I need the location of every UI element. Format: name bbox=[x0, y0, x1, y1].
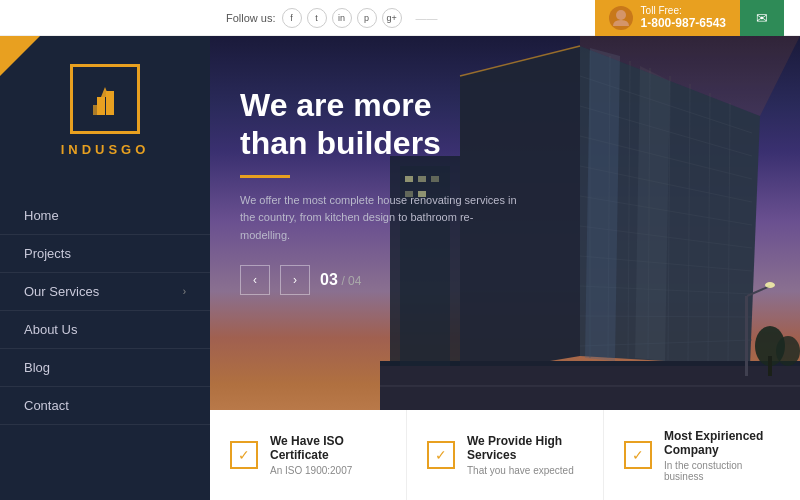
services-feature-title: We Provide High Services bbox=[467, 434, 583, 462]
nav-link-blog[interactable]: Blog bbox=[0, 349, 210, 386]
nav-link-about[interactable]: About Us bbox=[0, 311, 210, 348]
svg-rect-29 bbox=[380, 366, 800, 410]
iso-check-icon: ✓ bbox=[230, 441, 258, 469]
iso-feature-sub: An ISO 1900:2007 bbox=[270, 465, 386, 476]
phone-number: 1-800-987-6543 bbox=[641, 16, 726, 30]
slide-current: 03 bbox=[320, 271, 338, 288]
top-bar: Follow us: f t in p g+ —— Toll Free: 1-8… bbox=[0, 0, 800, 36]
facebook-icon[interactable]: f bbox=[282, 8, 302, 28]
nav-item-contact[interactable]: Contact bbox=[0, 387, 210, 425]
nav-label-blog: Blog bbox=[24, 360, 50, 375]
nav-item-about[interactable]: About Us bbox=[0, 311, 210, 349]
nav-label-projects: Projects bbox=[24, 246, 71, 261]
slide-counter: 03 / 04 bbox=[320, 271, 361, 289]
svg-marker-25 bbox=[585, 48, 620, 361]
nav-item-blog[interactable]: Blog bbox=[0, 349, 210, 387]
svg-point-33 bbox=[765, 282, 775, 288]
nav-link-home[interactable]: Home bbox=[0, 197, 210, 234]
services-check-icon: ✓ bbox=[427, 441, 455, 469]
experienced-feature-sub: In the constuction business bbox=[664, 460, 780, 482]
features-bar: ✓ We Have ISO Certificate An ISO 1900:20… bbox=[210, 410, 800, 500]
toll-free-section: Toll Free: 1-800-987-6543 bbox=[595, 0, 740, 36]
logo-icon bbox=[70, 64, 140, 134]
svg-marker-26 bbox=[635, 66, 670, 361]
logo-area: INDUSGO bbox=[0, 36, 210, 177]
next-slide-button[interactable]: › bbox=[280, 265, 310, 295]
services-feature-text: We Provide High Services That you have e… bbox=[467, 434, 583, 476]
experienced-check-icon: ✓ bbox=[624, 441, 652, 469]
nav-item-projects[interactable]: Projects bbox=[0, 235, 210, 273]
nav-menu: Home Projects Our Services › About Us bbox=[0, 197, 210, 425]
chevron-left-icon: ‹ bbox=[253, 273, 257, 287]
twitter-icon[interactable]: t bbox=[307, 8, 327, 28]
toll-free-label: Toll Free: bbox=[641, 5, 726, 16]
chevron-right-icon: › bbox=[183, 286, 186, 297]
svg-point-0 bbox=[616, 10, 626, 20]
nav-label-home: Home bbox=[24, 208, 59, 223]
top-bar-right: Toll Free: 1-800-987-6543 ✉ bbox=[595, 0, 784, 36]
iso-feature-text: We Have ISO Certificate An ISO 1900:2007 bbox=[270, 434, 386, 476]
logo-text: INDUSGO bbox=[61, 142, 150, 157]
nav-link-projects[interactable]: Projects bbox=[0, 235, 210, 272]
svg-point-43 bbox=[776, 336, 800, 366]
nav-link-contact[interactable]: Contact bbox=[0, 387, 210, 424]
feature-item-services: ✓ We Provide High Services That you have… bbox=[407, 410, 604, 500]
svg-rect-1 bbox=[97, 97, 105, 115]
googleplus-icon[interactable]: g+ bbox=[382, 8, 402, 28]
hero-title: We are more than builders bbox=[240, 86, 520, 163]
email-button[interactable]: ✉ bbox=[740, 0, 784, 36]
feature-item-iso: ✓ We Have ISO Certificate An ISO 1900:20… bbox=[210, 410, 407, 500]
nav-label-about: About Us bbox=[24, 322, 77, 337]
iso-feature-title: We Have ISO Certificate bbox=[270, 434, 386, 462]
prev-slide-button[interactable]: ‹ bbox=[240, 265, 270, 295]
services-feature-sub: That you have expected bbox=[467, 465, 583, 476]
experienced-feature-title: Most Expirienced Company bbox=[664, 429, 780, 457]
sidebar: INDUSGO Home Projects Our Services › bbox=[0, 36, 210, 500]
pinterest-icon[interactable]: p bbox=[357, 8, 377, 28]
nav-label-contact: Contact bbox=[24, 398, 69, 413]
nav-item-home[interactable]: Home bbox=[0, 197, 210, 235]
social-icons-group: f t in p g+ bbox=[282, 8, 402, 28]
svg-rect-31 bbox=[745, 296, 748, 376]
hero-navigation: ‹ › 03 / 04 bbox=[240, 265, 520, 295]
follow-label: Follow us: bbox=[226, 12, 276, 24]
main-container: INDUSGO Home Projects Our Services › bbox=[0, 36, 800, 500]
follow-us-section: Follow us: f t in p g+ —— bbox=[226, 8, 438, 28]
toll-free-info: Toll Free: 1-800-987-6543 bbox=[641, 5, 726, 30]
nav-link-services[interactable]: Our Services › bbox=[0, 273, 210, 310]
feature-item-experienced: ✓ Most Expirienced Company In the constu… bbox=[604, 410, 800, 500]
svg-rect-3 bbox=[93, 105, 97, 115]
hero-divider bbox=[240, 175, 290, 178]
experienced-feature-text: Most Expirienced Company In the constuct… bbox=[664, 429, 780, 482]
nav-item-services[interactable]: Our Services › bbox=[0, 273, 210, 311]
avatar bbox=[609, 6, 633, 30]
slide-total: / 04 bbox=[341, 274, 361, 288]
svg-rect-42 bbox=[768, 356, 772, 376]
instagram-icon[interactable]: in bbox=[332, 8, 352, 28]
hero-description: We offer the most complete house renovat… bbox=[240, 192, 520, 245]
nav-label-services: Our Services bbox=[24, 284, 99, 299]
hero-content: We are more than builders We offer the m… bbox=[240, 86, 520, 295]
hero-section: We are more than builders We offer the m… bbox=[210, 36, 800, 500]
chevron-right-icon: › bbox=[293, 273, 297, 287]
email-icon: ✉ bbox=[756, 10, 768, 26]
